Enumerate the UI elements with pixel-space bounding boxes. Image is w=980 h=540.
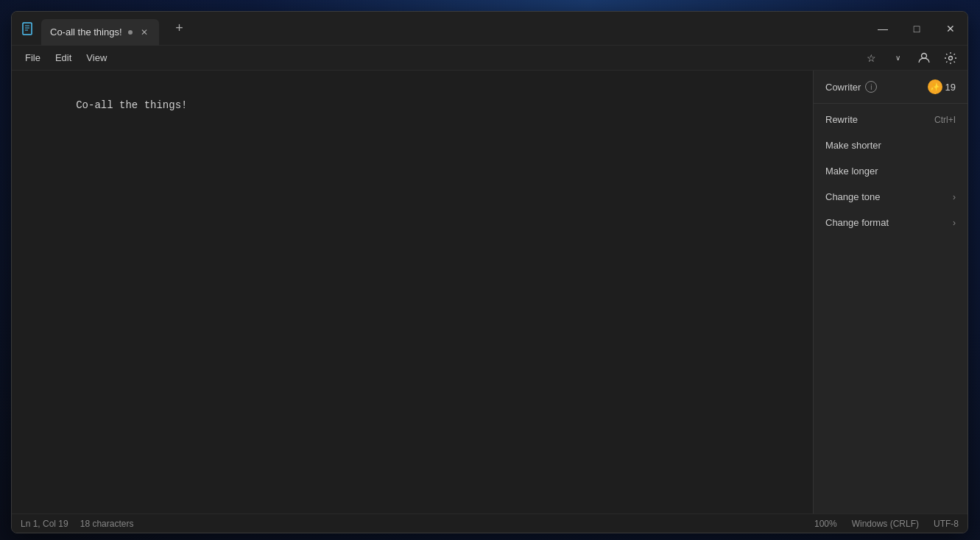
status-bar: Ln 1, Col 19 18 characters 100% Windows … bbox=[12, 514, 967, 533]
window-controls: — □ ✕ bbox=[866, 12, 967, 46]
cowriter-title-group: Cowriter i bbox=[825, 81, 877, 93]
cowriter-menu: Rewrite Ctrl+I Make shorter Make longer … bbox=[814, 104, 967, 238]
title-bar: Co-all the things! ✕ + — □ ✕ bbox=[12, 12, 967, 46]
edit-menu[interactable]: Edit bbox=[48, 49, 79, 66]
new-tab-button[interactable]: + bbox=[168, 17, 191, 40]
editor-text: Co-all the things! bbox=[76, 99, 187, 111]
active-tab[interactable]: Co-all the things! ✕ bbox=[41, 19, 159, 46]
cowriter-info-icon[interactable]: i bbox=[865, 81, 877, 93]
favorites-dropdown-button[interactable]: ∨ bbox=[886, 48, 909, 68]
settings-button[interactable] bbox=[940, 48, 962, 68]
make-longer-menu-item[interactable]: Make longer bbox=[814, 158, 967, 184]
menu-bar: File Edit View ☆ ∨ bbox=[12, 46, 967, 71]
tab-title: Co-all the things! bbox=[50, 26, 122, 38]
char-count-status: 18 characters bbox=[80, 519, 134, 529]
minimize-button[interactable]: — bbox=[866, 12, 900, 46]
svg-rect-0 bbox=[23, 23, 32, 35]
make-shorter-menu-item[interactable]: Make shorter bbox=[814, 132, 967, 158]
change-tone-chevron: › bbox=[953, 192, 956, 202]
maximize-button[interactable]: □ bbox=[900, 12, 934, 46]
favorites-button[interactable]: ☆ bbox=[860, 48, 882, 68]
main-area: Co-all the things! Cowriter i ✨ 19 bbox=[12, 71, 967, 514]
rewrite-menu-item[interactable]: Rewrite Ctrl+I bbox=[814, 107, 967, 132]
cowriter-title: Cowriter bbox=[825, 82, 861, 93]
app-icon bbox=[21, 21, 35, 36]
zoom-status: 100% bbox=[814, 519, 837, 529]
rewrite-shortcut: Ctrl+I bbox=[934, 115, 956, 125]
status-left: Ln 1, Col 19 18 characters bbox=[21, 519, 814, 529]
svg-point-5 bbox=[949, 56, 953, 60]
cowriter-panel: Cowriter i ✨ 19 Rewrite Ctrl+I bbox=[813, 71, 967, 514]
cowriter-badge-count: 19 bbox=[945, 82, 956, 93]
tab-modified-indicator bbox=[128, 30, 133, 35]
tab-close-button[interactable]: ✕ bbox=[138, 26, 150, 38]
editor-content: Co-all the things! bbox=[27, 82, 798, 129]
change-format-menu-item[interactable]: Change format › bbox=[814, 210, 967, 235]
encoding-status: UTF-8 bbox=[934, 519, 959, 529]
menu-bar-right: ☆ ∨ bbox=[860, 48, 962, 68]
cowriter-badge: ✨ 19 bbox=[928, 79, 956, 94]
user-button[interactable] bbox=[913, 48, 935, 68]
view-menu[interactable]: View bbox=[79, 49, 114, 66]
status-right: 100% Windows (CRLF) UTF-8 bbox=[814, 519, 959, 529]
editor-area[interactable]: Co-all the things! bbox=[12, 71, 813, 514]
cowriter-header: Cowriter i ✨ 19 bbox=[814, 71, 967, 104]
change-format-chevron: › bbox=[953, 218, 956, 228]
title-bar-left: Co-all the things! ✕ + bbox=[21, 12, 866, 46]
close-button[interactable]: ✕ bbox=[934, 12, 967, 46]
menu-bar-left: File Edit View bbox=[18, 49, 860, 66]
line-col-status: Ln 1, Col 19 bbox=[21, 519, 68, 529]
notepad-window: Co-all the things! ✕ + — □ ✕ File Edit V… bbox=[11, 11, 968, 533]
file-menu[interactable]: File bbox=[18, 49, 48, 66]
line-ending-status: Windows (CRLF) bbox=[852, 519, 919, 529]
change-tone-menu-item[interactable]: Change tone › bbox=[814, 184, 967, 210]
cowriter-badge-icon: ✨ bbox=[928, 79, 942, 94]
